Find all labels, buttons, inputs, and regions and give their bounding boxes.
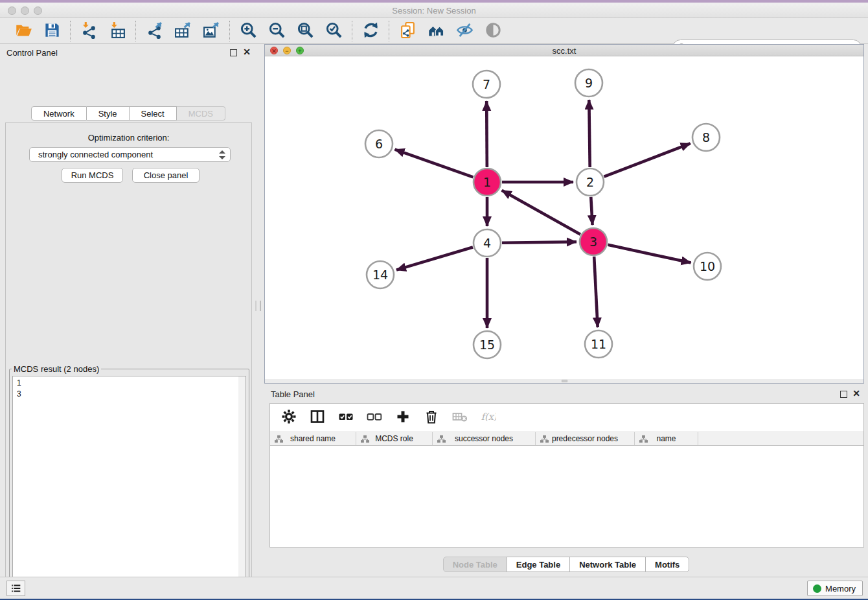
delete-column-icon bbox=[424, 409, 439, 426]
export-image-button[interactable] bbox=[200, 20, 223, 42]
hierarchy-icon bbox=[275, 435, 283, 443]
table-tabs: Node TableEdge TableNetwork TableMotifs bbox=[264, 557, 868, 573]
tab-network-table[interactable]: Network Table bbox=[569, 557, 646, 572]
export-network-icon bbox=[146, 21, 163, 41]
add-column-button[interactable] bbox=[393, 408, 413, 428]
zoom-selected-button[interactable] bbox=[322, 20, 345, 42]
network-canvas-svg[interactable]: 1234678910111415 bbox=[265, 56, 863, 379]
tab-mcds[interactable]: MCDS bbox=[177, 106, 225, 121]
tab-node-table[interactable]: Node Table bbox=[443, 557, 507, 572]
column-header-name[interactable]: name bbox=[635, 432, 698, 445]
hide-selected-icon bbox=[456, 21, 474, 41]
hierarchy-icon bbox=[361, 435, 369, 443]
column-header-successor-nodes[interactable]: successor nodes bbox=[433, 432, 536, 445]
float-panel-icon[interactable] bbox=[230, 49, 237, 56]
import-network-button[interactable] bbox=[77, 20, 100, 42]
delete-column-button[interactable] bbox=[422, 408, 441, 428]
graph-edge-3-11[interactable] bbox=[594, 257, 598, 327]
save-session-icon bbox=[43, 21, 61, 41]
zoom-fit-button[interactable] bbox=[293, 20, 317, 42]
hierarchy-icon bbox=[437, 435, 446, 443]
export-table-button[interactable] bbox=[171, 20, 194, 42]
add-column-icon bbox=[395, 409, 411, 426]
memory-status-icon bbox=[813, 584, 821, 593]
result-scrollbar[interactable] bbox=[238, 376, 246, 600]
float-panel-icon[interactable] bbox=[840, 391, 847, 398]
tab-network[interactable]: Network bbox=[31, 106, 87, 121]
hierarchy-icon bbox=[639, 435, 648, 443]
settings-gear-button[interactable] bbox=[279, 408, 299, 428]
deselect-all-button[interactable] bbox=[365, 408, 384, 428]
list-icon bbox=[10, 583, 22, 594]
network-window-titlebar[interactable]: ✕ − + scc.txt bbox=[265, 45, 863, 56]
import-network-icon bbox=[80, 21, 98, 41]
result-line: 3 bbox=[17, 389, 242, 400]
graph-edge-4-3[interactable] bbox=[502, 242, 577, 242]
tab-edge-table[interactable]: Edge Table bbox=[507, 557, 570, 572]
zoom-selected-icon bbox=[325, 21, 343, 41]
clone-network-button[interactable] bbox=[396, 20, 419, 42]
tab-motifs[interactable]: Motifs bbox=[645, 557, 689, 572]
mcds-panel: Optimization criterion: strongly connect… bbox=[5, 122, 252, 600]
show-all-button[interactable] bbox=[481, 20, 505, 42]
column-header-shared-name[interactable]: shared name bbox=[270, 432, 356, 445]
apply-layout-button[interactable] bbox=[359, 20, 382, 42]
memory-label: Memory bbox=[825, 584, 856, 594]
settings-gear-icon bbox=[281, 409, 297, 426]
close-panel-icon[interactable]: ✕ bbox=[852, 389, 860, 398]
function-builder-icon: f(x) bbox=[481, 409, 496, 426]
first-neighbors-button[interactable] bbox=[424, 20, 448, 42]
window-title: Session: New Session bbox=[0, 6, 868, 16]
graph-edge-2-3[interactable] bbox=[591, 197, 592, 225]
export-table-icon bbox=[174, 21, 192, 41]
open-file-button[interactable] bbox=[12, 20, 35, 42]
graph-node-label-11: 11 bbox=[591, 337, 606, 351]
export-network-button[interactable] bbox=[143, 20, 166, 42]
close-panel-button[interactable]: Close panel bbox=[132, 168, 200, 183]
delete-table-button bbox=[450, 408, 470, 428]
column-header-MCDS-role[interactable]: MCDS role bbox=[356, 432, 433, 445]
save-session-button[interactable] bbox=[40, 20, 63, 42]
main-toolbar bbox=[0, 18, 868, 44]
split-panel-button[interactable] bbox=[308, 408, 327, 428]
tab-style[interactable]: Style bbox=[87, 106, 130, 121]
column-header-predecessor-nodes[interactable]: predecessor nodes bbox=[536, 432, 635, 445]
column-label: name bbox=[656, 434, 676, 443]
graph-node-label-3: 3 bbox=[589, 235, 597, 249]
graph-edge-1-6[interactable] bbox=[395, 150, 474, 178]
panel-divider-grip[interactable] bbox=[255, 301, 261, 311]
import-table-button[interactable] bbox=[106, 20, 129, 42]
control-panel-tabs: NetworkStyleSelectMCDS bbox=[0, 106, 257, 121]
graph-edge-1-7[interactable] bbox=[486, 101, 487, 167]
optimization-criterion-label: Optimization criterion: bbox=[6, 133, 251, 143]
graph-edge-4-14[interactable] bbox=[396, 248, 473, 270]
svg-text:f(x): f(x) bbox=[481, 411, 496, 422]
graph-edge-3-10[interactable] bbox=[608, 245, 691, 263]
first-neighbors-icon bbox=[428, 21, 445, 41]
graph-edge-2-9[interactable] bbox=[589, 100, 589, 167]
column-label: shared name bbox=[290, 434, 336, 443]
zoom-in-button[interactable] bbox=[236, 20, 260, 42]
function-builder-button: f(x) bbox=[479, 408, 498, 428]
column-label: predecessor nodes bbox=[552, 434, 618, 443]
graph-node-label-4: 4 bbox=[483, 236, 491, 250]
node-table-container: f(x) shared nameMCDS rolesuccessor nodes… bbox=[269, 403, 864, 548]
mcds-result-list[interactable]: 13 bbox=[12, 376, 246, 600]
apply-layout-icon bbox=[362, 21, 380, 41]
result-lines-container: 13 bbox=[17, 378, 242, 400]
hide-selected-button[interactable] bbox=[453, 20, 476, 42]
sash-grip[interactable] bbox=[562, 380, 567, 382]
task-history-button[interactable] bbox=[6, 581, 25, 596]
table-toolbar: f(x) bbox=[270, 404, 863, 432]
graph-edge-3-1[interactable] bbox=[502, 190, 580, 235]
graph-edge-2-8[interactable] bbox=[604, 143, 690, 176]
toolbar-group bbox=[71, 20, 135, 42]
close-panel-icon[interactable]: ✕ bbox=[243, 47, 251, 56]
zoom-out-button[interactable] bbox=[265, 20, 288, 42]
optimization-criterion-select[interactable]: strongly connected component bbox=[29, 147, 231, 162]
tab-select[interactable]: Select bbox=[130, 106, 177, 121]
memory-button[interactable]: Memory bbox=[807, 581, 863, 596]
run-mcds-button[interactable]: Run MCDS bbox=[62, 168, 123, 183]
select-all-button[interactable] bbox=[336, 408, 356, 428]
graph-node-label-14: 14 bbox=[372, 268, 388, 282]
